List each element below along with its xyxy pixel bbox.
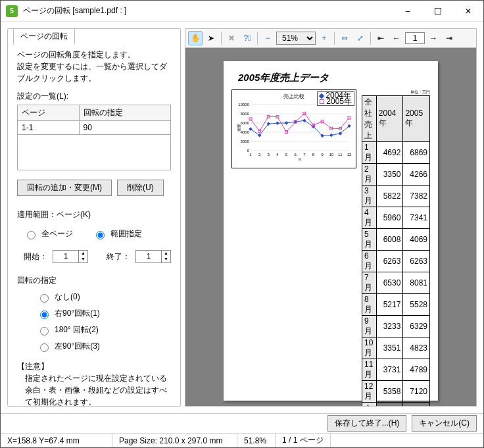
svg-text:12: 12 xyxy=(347,153,352,157)
sales-chart: 売上比較 2004年2005年 020004000600080001000012… xyxy=(231,89,356,168)
page-input[interactable] xyxy=(405,32,425,44)
col-page: ページ xyxy=(18,105,80,121)
yearly-table: 全社売上2004年2005年1月469268692月335042663月5822… xyxy=(362,95,430,407)
svg-text:1: 1 xyxy=(249,153,252,157)
delete-tool-icon[interactable]: ✖ xyxy=(224,31,239,45)
svg-text:10: 10 xyxy=(329,153,333,157)
list-caption: 設定の一覧(L): xyxy=(17,91,171,102)
svg-text:3: 3 xyxy=(268,153,270,157)
zoom-in-icon[interactable]: + xyxy=(317,31,331,45)
footer: 保存して終了...(H) キャンセル(C) xyxy=(1,413,483,433)
preview-area[interactable]: 2005年度売上データ 売上比較 2004年2005年 020004000600… xyxy=(185,48,477,407)
last-page-icon[interactable]: ⇥ xyxy=(442,31,456,45)
svg-rect-30 xyxy=(285,121,289,125)
fit-page-icon[interactable]: ⤢ xyxy=(353,31,368,45)
delete-button[interactable]: 削除(U) xyxy=(117,180,164,196)
preview-panel: ✋ ➤ ✖ ?⃝ − 51% + ⇔ ⤢ ⇤ ← → ⇥ xyxy=(185,28,477,407)
doc-title: 2005年度売上データ xyxy=(238,72,430,84)
add-change-rotation-button[interactable]: 回転の追加・変更(M) xyxy=(17,180,112,196)
body: ページの回転 ページの回転角度を指定します。 設定を変更するには、一覧から選択し… xyxy=(1,22,483,413)
svg-rect-35 xyxy=(329,134,333,137)
radio-rot-right-90[interactable]: 右90°回転(1) xyxy=(37,308,171,319)
titlebar: 5 ページの回転 [sample1.pdf : ] – ✕ xyxy=(1,1,483,22)
radio-all-pages[interactable]: 全ページ xyxy=(24,228,73,239)
minimize-button[interactable]: – xyxy=(393,1,423,22)
tab-rotation[interactable]: ページの回転 xyxy=(13,28,75,45)
status-size: Page Size: 210.0 x 297.0 mm xyxy=(112,434,237,447)
description: ページの回転角度を指定します。 設定を変更するには、一覧から選択してダブルクリッ… xyxy=(17,49,171,84)
settings-panel: ページの回転 ページの回転角度を指定します。 設定を変更するには、一覧から選択し… xyxy=(7,28,181,407)
svg-rect-26 xyxy=(249,127,253,131)
svg-text:4: 4 xyxy=(276,153,279,157)
page-preview: 2005年度売上データ 売上比較 2004年2005年 020004000600… xyxy=(224,61,438,401)
svg-text:月: 月 xyxy=(298,158,302,161)
note-heading: 【注意】 xyxy=(17,361,171,372)
svg-text:9: 9 xyxy=(321,153,324,157)
cancel-button[interactable]: キャンセル(C) xyxy=(412,415,477,432)
status-zoom: 51.8% xyxy=(237,434,276,447)
status-page: 1 / 1 ページ xyxy=(276,434,331,447)
close-button[interactable]: ✕ xyxy=(453,1,483,22)
toolbar: ✋ ➤ ✖ ?⃝ − 51% + ⇔ ⤢ ⇤ ← → ⇥ xyxy=(185,28,477,48)
pointer-tool-icon[interactable]: ➤ xyxy=(204,31,218,45)
table-row[interactable]: 1-190 xyxy=(18,121,171,135)
svg-text:7: 7 xyxy=(303,153,306,157)
end-label: 終了： xyxy=(107,251,130,262)
next-page-icon[interactable]: → xyxy=(426,31,441,45)
svg-text:4000: 4000 xyxy=(241,130,250,134)
col-rotation: 回転の指定 xyxy=(79,105,170,121)
save-exit-button[interactable]: 保存して終了...(H) xyxy=(327,415,407,432)
app-logo: 5 xyxy=(6,5,18,17)
help-icon[interactable]: ?⃝ xyxy=(240,31,254,45)
status-bar: X=158.8 Y=67.4 mm Page Size: 210.0 x 297… xyxy=(1,433,483,447)
window-title: ページの回転 [sample1.pdf : ] xyxy=(23,5,393,16)
window: 5 ページの回転 [sample1.pdf : ] – ✕ ページの回転 ページ… xyxy=(0,0,484,448)
svg-rect-29 xyxy=(276,121,279,125)
rotation-caption: 回転の指定 xyxy=(17,275,171,286)
note-body: 指定されたページに現在設定されている余白・表・画像・段組などの設定はすべて初期化… xyxy=(17,372,171,407)
svg-text:2000: 2000 xyxy=(241,139,250,143)
svg-text:2: 2 xyxy=(258,153,261,157)
start-page-stepper[interactable]: ▲▼ xyxy=(53,250,88,263)
radio-rot-none[interactable]: なし(0) xyxy=(37,291,171,303)
svg-rect-32 xyxy=(302,118,306,122)
radio-page-range[interactable]: 範囲指定 xyxy=(93,228,142,239)
prev-page-icon[interactable]: ← xyxy=(389,31,404,45)
fit-width-icon[interactable]: ⇔ xyxy=(337,31,352,45)
first-page-icon[interactable]: ⇤ xyxy=(374,31,388,45)
hand-tool-icon[interactable]: ✋ xyxy=(188,31,203,45)
svg-text:5: 5 xyxy=(285,153,288,157)
zoom-out-icon[interactable]: − xyxy=(260,31,275,45)
svg-text:8000: 8000 xyxy=(241,112,250,116)
svg-text:8: 8 xyxy=(312,153,315,157)
end-page-stepper[interactable]: ▲▼ xyxy=(135,250,171,263)
svg-text:6000: 6000 xyxy=(241,121,250,125)
radio-rot-left-90[interactable]: 左90°回転(3) xyxy=(37,341,171,352)
status-pos: X=158.8 Y=67.4 mm xyxy=(1,434,112,447)
svg-text:11: 11 xyxy=(338,153,343,157)
start-label: 開始： xyxy=(24,251,47,262)
svg-text:10000: 10000 xyxy=(238,103,249,107)
maximize-button[interactable] xyxy=(423,1,453,22)
scope-caption: 適用範囲：ページ(K) xyxy=(17,209,171,220)
rotation-list[interactable]: ページ回転の指定 1-190 xyxy=(17,105,171,170)
svg-text:6: 6 xyxy=(295,153,297,157)
svg-text:金額: 金額 xyxy=(236,124,241,132)
zoom-dropdown[interactable]: 51% xyxy=(276,32,316,45)
radio-rot-180[interactable]: 180° 回転(2) xyxy=(37,324,171,336)
